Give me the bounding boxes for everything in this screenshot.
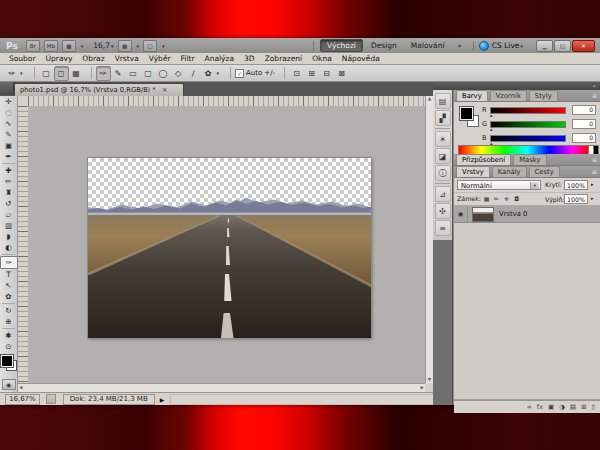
path-selection-tool[interactable]: ↖ xyxy=(1,280,17,291)
status-zoom-field[interactable]: 16,67% xyxy=(5,394,40,405)
rounded-rectangle-tool-button[interactable]: ▢ xyxy=(141,66,156,81)
brush-tool[interactable]: ✏ xyxy=(1,176,17,187)
new-group-icon[interactable]: ▤ xyxy=(570,404,576,411)
lasso-tool[interactable]: ∿ xyxy=(1,118,17,129)
slider-marker-icon[interactable]: ▴ xyxy=(490,113,493,118)
3d-panel-icon[interactable]: ✣ xyxy=(435,203,451,219)
workspace-design-button[interactable]: Design xyxy=(365,40,403,51)
minimize-button[interactable]: ▁ xyxy=(536,40,553,52)
marquee-tool[interactable]: ◌ xyxy=(1,107,17,118)
histogram-panel-icon[interactable]: ▞ xyxy=(435,110,451,126)
history-brush-tool[interactable]: ↺ xyxy=(1,198,17,209)
green-slider[interactable]: ▴ xyxy=(490,121,566,128)
add-layer-mask-icon[interactable]: ▣ xyxy=(548,404,554,411)
crop-tool[interactable]: ▣ xyxy=(1,140,17,151)
healing-brush-tool[interactable]: ✚ xyxy=(1,165,17,176)
pen-tool-button[interactable]: ✑ xyxy=(96,66,111,81)
polygon-tool-button[interactable]: ◇ xyxy=(171,66,186,81)
screen-mode-icon[interactable]: ▢ xyxy=(143,40,157,52)
quick-mask-button[interactable]: ◉ xyxy=(2,379,16,390)
dodge-tool[interactable]: ◐ xyxy=(1,242,17,253)
tab-kanaly[interactable]: Kanály xyxy=(492,166,527,177)
path-op-add-button[interactable]: ⊡ xyxy=(289,66,304,81)
panel-menu-icon[interactable]: ≡ xyxy=(592,156,597,163)
bridge-icon[interactable]: Br xyxy=(26,40,40,52)
adjustment-layer-icon[interactable]: ◑ xyxy=(559,404,565,411)
tab-prizpusobeni[interactable]: Přizpůsobení xyxy=(456,154,511,165)
lock-pixels-icon[interactable]: ✏ xyxy=(492,194,501,203)
status-icon[interactable] xyxy=(46,394,56,404)
path-op-intersect-button[interactable]: ⊠ xyxy=(334,66,349,81)
menu-upravy[interactable]: Úpravy xyxy=(41,54,78,63)
close-tab-icon[interactable]: × xyxy=(162,86,168,94)
chevron-down-icon[interactable]: ▾ xyxy=(217,70,220,76)
view-extras-icon[interactable]: ▦ xyxy=(62,40,76,52)
chevron-down-icon[interactable]: ▾ xyxy=(81,43,84,49)
blue-slider[interactable]: ▴ xyxy=(490,135,566,142)
line-tool-button[interactable]: ∕ xyxy=(186,66,201,81)
foreground-color-swatch[interactable] xyxy=(1,355,13,367)
lock-transparency-icon[interactable]: ▦ xyxy=(482,194,491,203)
pen-tool[interactable]: ✑ xyxy=(0,256,18,269)
opacity-flyout-icon[interactable]: ▸ xyxy=(591,181,594,187)
green-value-field[interactable]: 0 xyxy=(572,119,596,129)
collapse-panels-icon[interactable]: « xyxy=(592,83,596,89)
tab-vrstvy[interactable]: Vrstvy xyxy=(456,166,490,177)
auto-checkbox[interactable]: ✓ xyxy=(235,69,244,78)
vertical-scrollbar[interactable]: ▲ ▼ xyxy=(425,96,433,383)
close-button[interactable]: ✕ xyxy=(572,40,595,52)
info-panel-icon[interactable]: ⓘ xyxy=(435,165,451,181)
horizontal-scrollbar[interactable]: ◀ ▶ xyxy=(18,383,425,392)
adjustments-panel-icon[interactable]: ☀ xyxy=(435,131,451,147)
chevron-down-icon[interactable]: ▾ xyxy=(137,43,140,49)
menu-filtr[interactable]: Filtr xyxy=(176,54,200,63)
mini-bridge-icon[interactable]: Mb xyxy=(44,40,58,52)
measurement-log-panel-icon[interactable]: ⊿ xyxy=(435,186,451,202)
mini-bridge-panel-icon[interactable]: ▤ xyxy=(435,93,451,109)
fill-field[interactable]: 100% xyxy=(564,194,588,204)
tool-preset-picker[interactable]: ✑ ▾ xyxy=(4,66,27,81)
menu-analyza[interactable]: Analýza xyxy=(200,54,240,63)
delete-layer-icon[interactable]: ▯ xyxy=(591,404,595,411)
clone-stamp-tool[interactable]: ♜ xyxy=(1,187,17,198)
blend-mode-select[interactable]: Normální ▾ xyxy=(457,180,541,190)
tab-barvy[interactable]: Barvy xyxy=(456,90,488,101)
eyedropper-tool[interactable]: ✒ xyxy=(1,151,17,162)
ellipse-tool-button[interactable]: ◯ xyxy=(156,66,171,81)
tab-cesty[interactable]: Cesty xyxy=(529,166,560,177)
layer-effects-icon[interactable]: fx xyxy=(537,404,543,411)
image-panel-icon[interactable]: ◪ xyxy=(435,148,451,164)
blue-value-field[interactable]: 0 xyxy=(572,133,596,143)
zoom-level-dropdown[interactable]: 16,7 xyxy=(93,41,110,50)
chevron-down-icon[interactable]: ▾ xyxy=(111,43,114,49)
document-canvas[interactable] xyxy=(88,158,371,338)
quick-selection-tool[interactable]: ✎ xyxy=(1,129,17,140)
cs-live-button[interactable]: CS Live ▾ xyxy=(479,41,527,51)
fill-pixels-mode-button[interactable]: ▦ xyxy=(69,66,84,81)
layer-thumbnail[interactable] xyxy=(472,207,494,222)
panel-menu-icon[interactable]: ≡ xyxy=(592,92,597,99)
gradient-tool[interactable]: ▥ xyxy=(1,220,17,231)
tab-vzornik[interactable]: Vzorník xyxy=(490,90,527,101)
menu-obraz[interactable]: Obraz xyxy=(77,54,109,63)
path-op-subtract-button[interactable]: ⊟ xyxy=(319,66,334,81)
panel-menu-icon[interactable]: ≡ xyxy=(592,168,597,175)
shape-layers-mode-button[interactable]: ▢ xyxy=(39,66,54,81)
menu-vyber[interactable]: Výběr xyxy=(144,54,176,63)
lock-all-icon[interactable]: ◘ xyxy=(512,194,521,203)
custom-shape-tool-button[interactable]: ✿ xyxy=(201,66,216,81)
custom-shape-tool[interactable]: ✿ xyxy=(1,291,17,302)
fill-flyout-icon[interactable]: ▸ xyxy=(591,195,594,201)
tab-styly[interactable]: Styly xyxy=(529,90,558,101)
new-layer-icon[interactable]: ⊞ xyxy=(581,404,586,411)
chevron-down-icon[interactable]: ▾ xyxy=(162,43,165,49)
document-tab[interactable]: photo1.psd @ 16,7% (Vrstva 0,RGB/8) * × xyxy=(14,83,184,96)
type-tool[interactable]: T xyxy=(1,269,17,280)
chevron-down-icon[interactable]: ▾ xyxy=(20,70,23,76)
red-value-field[interactable]: 0 xyxy=(572,105,596,115)
path-op-combine-button[interactable]: ⊞ xyxy=(304,66,319,81)
foreground-color-swatch[interactable] xyxy=(460,107,473,120)
layer-visibility-eye-icon[interactable]: ◉ xyxy=(454,206,468,222)
layer-name[interactable]: Vrstva 0 xyxy=(499,210,527,218)
menu-vrstva[interactable]: Vrstva xyxy=(110,54,144,63)
